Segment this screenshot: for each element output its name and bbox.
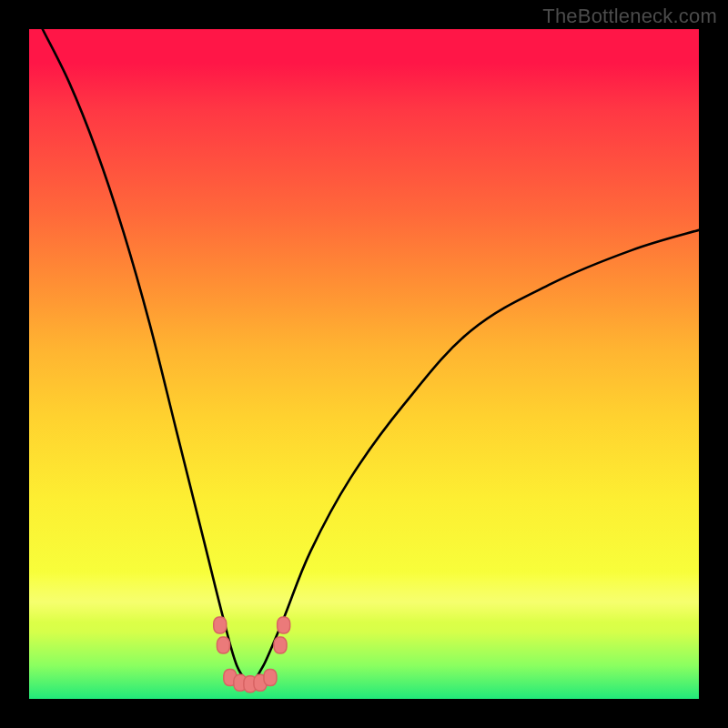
- marker-dot: [278, 617, 290, 633]
- plot-area: [29, 29, 699, 699]
- trough-markers: [214, 617, 290, 693]
- curve-right-branch: [250, 230, 699, 685]
- marker-dot: [214, 617, 227, 633]
- chart-frame: TheBottleneck.com: [0, 0, 728, 728]
- chart-svg: [29, 29, 699, 699]
- marker-dot: [264, 669, 277, 685]
- marker-dot: [217, 637, 229, 653]
- watermark-text: TheBottleneck.com: [542, 5, 717, 28]
- curve-left-branch: [43, 29, 250, 685]
- marker-dot: [274, 637, 287, 653]
